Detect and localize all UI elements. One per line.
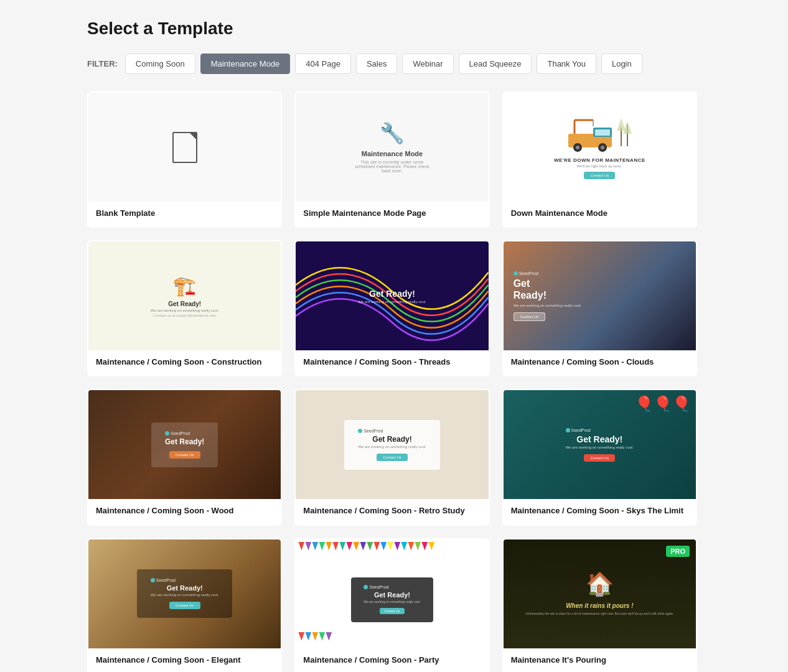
flag-8 <box>346 542 352 551</box>
elegant-card: SeedProd Get Ready! We are working on so… <box>137 569 233 618</box>
template-threads[interactable]: Get Ready! We are working on something r… <box>294 240 489 376</box>
retro-study-preview: SeedProd Get Ready! We are working on so… <box>296 390 488 499</box>
svg-point-4 <box>576 146 579 149</box>
template-name-pouring: Maintenance It's Pouring <box>504 648 696 672</box>
wood-brand: SeedProd <box>165 431 204 436</box>
filter-bar: FILTER: Coming Soon Maintenance Mode 404… <box>87 54 763 74</box>
down-maint-text: WE'RE DOWN FOR MAINTENANCE <box>554 157 645 163</box>
maint-mode-subtitle: This site is currently under some schedu… <box>355 160 429 173</box>
seedprod-dot-elegant <box>151 578 155 582</box>
flag-b2 <box>305 632 311 641</box>
flag-16 <box>401 542 407 551</box>
construction-sub: We are working on something really cool. <box>151 309 219 312</box>
template-thumb-threads: Get Ready! We are working on something r… <box>296 241 488 350</box>
filter-sales[interactable]: Sales <box>356 54 398 74</box>
wrench-icon: 🔧 <box>380 121 405 145</box>
wood-card: SeedProd Get Ready! Contact Us <box>151 422 218 467</box>
wood-preview: SeedProd Get Ready! Contact Us <box>88 390 281 499</box>
template-retro-study[interactable]: SeedProd Get Ready! We are working on so… <box>294 389 489 525</box>
template-name-clouds: Maintenance / Coming Soon - Clouds <box>504 350 696 375</box>
flag-10 <box>360 542 366 551</box>
template-wood[interactable]: SeedProd Get Ready! Contact Us Maintenan… <box>87 389 282 525</box>
wood-tagline: Get Ready! <box>165 437 204 446</box>
party-flags-bottom <box>296 630 488 648</box>
template-name-threads: Maintenance / Coming Soon - Threads <box>296 350 488 375</box>
seedprod-dot-retro <box>358 429 362 433</box>
seedprod-dot-skys <box>566 428 570 432</box>
template-clouds[interactable]: SeedProd GetReady! We are working on som… <box>502 240 697 376</box>
template-pouring[interactable]: PRO 🏠 When it rains it pours ! Unfortuna… <box>502 538 697 672</box>
flag-14 <box>387 542 393 551</box>
flag-b1 <box>298 632 304 641</box>
party-brand: SeedProd <box>364 585 420 589</box>
pouring-illustration: 🏠 <box>586 571 614 597</box>
filter-login[interactable]: Login <box>601 54 642 74</box>
party-card: SeedProd Get Ready! We are working on so… <box>351 577 433 622</box>
down-maint-btn: Contact Us <box>584 172 615 179</box>
clouds-sub: We are working on something really cool. <box>514 304 582 307</box>
simple-maintenance-preview: 🔧 Maintenance Mode This site is currentl… <box>296 93 488 202</box>
threads-tagline: Get Ready! <box>369 289 415 299</box>
template-thumb-down-maintenance: WE'RE DOWN FOR MAINTENANCE We'll be righ… <box>504 93 696 202</box>
pouring-sub: Unfortunately the site is down for a bit… <box>525 612 673 617</box>
template-blank[interactable]: Blank Template <box>87 91 282 228</box>
template-skys[interactable]: 🎈🎈🎈 SeedProd Get Ready! We are working o… <box>502 389 697 525</box>
maint-mode-title: Maintenance Mode <box>362 150 423 157</box>
template-thumb-retro-study: SeedProd Get Ready! We are working on so… <box>296 390 488 499</box>
party-preview: SeedProd Get Ready! We are working on so… <box>296 539 488 648</box>
truck-illustration-svg <box>562 115 637 152</box>
filter-thank-you[interactable]: Thank You <box>537 54 596 74</box>
svg-point-6 <box>601 146 604 149</box>
filter-lead-squeeze[interactable]: Lead Squeeze <box>459 54 532 74</box>
pouring-preview: PRO 🏠 When it rains it pours ! Unfortuna… <box>504 539 696 648</box>
construction-tagline: Get Ready! <box>168 301 201 307</box>
page-title: Select a Template <box>87 19 763 39</box>
flag-19 <box>421 542 428 551</box>
flag-b5 <box>326 632 332 641</box>
retro-sub: We are working on something really cool. <box>358 445 426 449</box>
template-down-maintenance[interactable]: WE'RE DOWN FOR MAINTENANCE We'll be righ… <box>502 91 697 228</box>
template-name-simple-maintenance: Simple Maintenance Mode Page <box>296 202 488 226</box>
flag-3 <box>312 542 318 551</box>
template-name-blank: Blank Template <box>88 202 281 226</box>
skys-card: SeedProd Get Ready! We are working on so… <box>566 428 634 462</box>
flag-7 <box>339 542 345 551</box>
skys-sub: We are working on something really cool. <box>566 446 634 449</box>
construction-contact: Contact us at support@seedprod.com <box>153 314 216 317</box>
filter-coming-soon[interactable]: Coming Soon <box>125 54 195 74</box>
flag-6 <box>332 542 339 551</box>
template-name-retro-study: Maintenance / Coming Soon - Retro Study <box>296 499 488 524</box>
down-maintenance-preview: WE'RE DOWN FOR MAINTENANCE We'll be righ… <box>504 93 696 202</box>
template-simple-maintenance[interactable]: 🔧 Maintenance Mode This site is currentl… <box>294 91 489 228</box>
flag-1 <box>298 542 304 551</box>
template-construction[interactable]: 🏗️ Get Ready! We are working on somethin… <box>87 240 282 376</box>
clouds-tagline: GetReady! <box>514 278 546 301</box>
template-party[interactable]: SeedProd Get Ready! We are working on so… <box>294 538 489 672</box>
party-tagline: Get Ready! <box>364 591 420 599</box>
blank-file-icon <box>172 132 197 163</box>
filter-maintenance-mode[interactable]: Maintenance Mode <box>200 54 291 74</box>
template-thumb-clouds: SeedProd GetReady! We are working on som… <box>504 241 696 350</box>
template-elegant[interactable]: SeedProd Get Ready! We are working on so… <box>87 538 282 672</box>
skys-contact-btn: Contact Us <box>584 454 615 462</box>
down-maint-sub: We'll be right back up soon. <box>577 164 622 168</box>
filter-404-page[interactable]: 404 Page <box>295 54 351 74</box>
balloons-illustration: 🎈🎈🎈 <box>630 390 696 418</box>
template-name-construction: Maintenance / Coming Soon - Construction <box>88 350 281 375</box>
flag-5 <box>326 542 332 551</box>
flag-20 <box>428 542 434 551</box>
skys-brand: SeedProd <box>566 428 634 432</box>
flag-2 <box>305 542 311 551</box>
flag-18 <box>415 542 421 551</box>
elegant-preview: SeedProd Get Ready! We are working on so… <box>88 539 281 648</box>
template-thumb-blank <box>88 93 281 202</box>
elegant-brand: SeedProd <box>151 578 219 582</box>
elegant-tagline: Get Ready! <box>151 584 219 592</box>
skys-preview: 🎈🎈🎈 SeedProd Get Ready! We are working o… <box>504 390 696 499</box>
elegant-sub: We are working on something really cool. <box>151 593 219 597</box>
clouds-preview: SeedProd GetReady! We are working on som… <box>504 241 696 350</box>
flag-15 <box>394 542 400 551</box>
filter-webinar[interactable]: Webinar <box>402 54 453 74</box>
template-name-wood: Maintenance / Coming Soon - Wood <box>88 499 281 524</box>
template-name-elegant: Maintenance / Coming Soon - Elegant <box>88 648 281 672</box>
